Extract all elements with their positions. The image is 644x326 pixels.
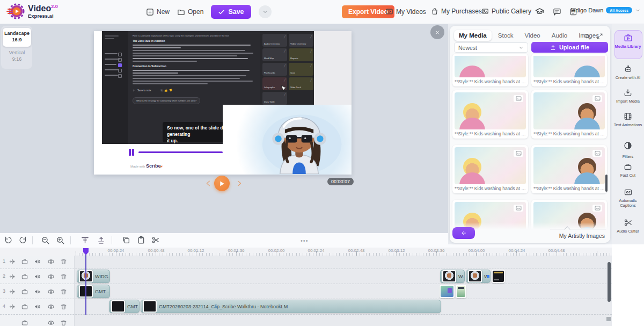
trim-tool-icon[interactable] (9, 273, 16, 280)
studio-tile: Audio Overview╱ (262, 34, 287, 47)
trim-tool-icon[interactable] (9, 303, 16, 310)
track-visibility-icon[interactable] (47, 258, 55, 265)
track-volume-icon[interactable] (34, 303, 41, 310)
sidebar-item-import-media[interactable]: Import Media (612, 88, 644, 104)
track-group-icon[interactable] (21, 288, 28, 295)
track-delete-icon[interactable] (60, 319, 67, 326)
track-group-icon[interactable] (21, 303, 28, 310)
media-item[interactable]: **Style:** Kids washing hands at si... (452, 145, 528, 193)
copy-icon[interactable] (122, 236, 130, 244)
user-menu[interactable]: Indigo Dawn All Access (570, 7, 641, 13)
track-visibility-icon[interactable] (47, 303, 55, 310)
zoom-in-icon[interactable] (56, 236, 65, 245)
track-muted-icon[interactable] (34, 288, 41, 295)
tutorials-graduation-cap-icon[interactable] (535, 7, 545, 16)
timeline-clip-video-long[interactable]: GMT20260203-232114_Clip_Scribe Walkthru … (141, 300, 441, 313)
previous-frame-button[interactable] (204, 179, 213, 187)
track-delete-icon[interactable] (60, 303, 67, 310)
open-button[interactable]: Open (177, 8, 203, 16)
preview-pause-icon[interactable] (132, 149, 134, 156)
timeline-clip-image[interactable] (456, 285, 466, 298)
sidebar-item-text-animations[interactable]: Text Animations (612, 112, 644, 127)
filters-icon (623, 141, 633, 150)
timeline-clip-widget[interactable]: W... (466, 270, 491, 283)
tab-stock[interactable]: Stock (493, 30, 518, 41)
media-item[interactable]: **Style:** Kids washing hands at si... (531, 145, 607, 193)
zoom-out-icon[interactable] (41, 236, 50, 245)
sidebar-item-audio-cutter[interactable]: Audio Cutter (612, 218, 644, 234)
feedback-chat-icon[interactable] (553, 8, 561, 16)
track-visibility-icon[interactable] (47, 288, 55, 295)
studio-tile: Flashcards╱ (262, 63, 287, 76)
upload-file-button[interactable]: Upload file (531, 42, 608, 53)
media-item[interactable]: **Style:** Kids washing hands at si... (452, 90, 528, 139)
media-item[interactable]: **Style:** Kids washing hands at si... (531, 54, 607, 86)
overwrite-clip-tool-icon[interactable] (80, 236, 90, 245)
new-button[interactable]: New (146, 8, 170, 16)
top-toolbar: Video2.0 Express.ai New Open Save Export (0, 0, 644, 24)
artistly-images-label[interactable]: My Artistly Images (559, 233, 605, 239)
timeline-clip-video[interactable]: GMT... (109, 300, 140, 313)
insert-clip-tool-icon[interactable] (97, 236, 106, 245)
track-delete-icon[interactable] (60, 288, 67, 295)
sidebar-item-media-library[interactable]: Media Library (612, 33, 644, 49)
track-number: 2 (3, 273, 5, 279)
sidebar-item-create-with-ai[interactable]: Create with AI (612, 64, 644, 80)
sidebar-item-automatic-captions[interactable]: Automatic Captions (612, 188, 644, 208)
public-gallery-button[interactable]: Public Gallery (481, 8, 531, 15)
save-options-button[interactable] (259, 5, 272, 18)
undo-icon[interactable] (4, 236, 13, 244)
timeline-clip-widget[interactable]: WIDG... (77, 270, 110, 283)
brand-name: Video (28, 4, 51, 13)
timeline-vertical-scrollbar[interactable] (608, 262, 611, 302)
video-preview[interactable]: Here is a detailed explanation of this t… (94, 31, 352, 175)
my-videos-button[interactable]: My Videos (385, 8, 426, 16)
expand-panel-icon[interactable] (596, 33, 603, 40)
timeline-clip-image[interactable] (440, 285, 455, 298)
sidebar-item-fast-cut[interactable]: Fast Cut (612, 162, 644, 178)
media-item[interactable]: **Style:** Kids washing hands at si... (531, 90, 607, 139)
media-caption: **Style:** Kids washing hands at si... (533, 79, 605, 84)
tab-my-media[interactable]: My Media (454, 30, 492, 41)
track-group-icon[interactable] (21, 258, 28, 265)
tab-audio[interactable]: Audio (547, 30, 572, 41)
track-visibility-icon[interactable] (47, 273, 55, 280)
timeline-tracks: 1 2 3 4 (0, 256, 612, 326)
trim-tool-icon[interactable] (9, 258, 16, 265)
preview-progress-bar[interactable] (138, 151, 223, 153)
timeline-clip-video[interactable]: GMT... (77, 285, 110, 298)
track-volume-icon[interactable] (34, 258, 41, 265)
search-icon[interactable] (583, 33, 591, 40)
image-type-badge-icon (514, 150, 523, 157)
sort-select[interactable]: Newest (454, 42, 528, 53)
track-delete-icon[interactable] (60, 258, 67, 265)
paste-clipboard-icon[interactable] (137, 236, 145, 244)
sidebar-item-filters[interactable]: Filters (612, 141, 644, 159)
aspect-landscape-option[interactable]: Landscape 16:9 (3, 28, 31, 47)
media-item[interactable]: **Style:** Kids washing hands at si... (452, 54, 528, 86)
timeline-ruler[interactable]: 00:00:24 00:00:48 00:01:12 00:01:36 00:0… (0, 248, 612, 256)
arrow-left-icon (460, 230, 467, 236)
cut-scissors-icon[interactable] (151, 236, 160, 244)
next-frame-button[interactable] (235, 179, 243, 187)
preview-pause-icon[interactable] (129, 149, 131, 156)
timeline-clip-widget[interactable]: W... (440, 270, 465, 283)
play-button[interactable] (214, 176, 230, 191)
timeline-clip-image[interactable] (492, 270, 505, 283)
tab-video[interactable]: Video (520, 30, 545, 41)
close-preview-button[interactable] (430, 25, 444, 39)
track-volume-icon[interactable] (34, 273, 41, 280)
track-visibility-icon[interactable] (47, 319, 55, 326)
watermark-brand: Scribe (146, 163, 161, 169)
panel-resize-handle[interactable]: ••• (301, 237, 309, 244)
track-delete-icon[interactable] (60, 273, 67, 280)
my-purchases-button[interactable]: My Purchases (431, 8, 482, 15)
redo-icon[interactable] (18, 236, 27, 244)
aspect-vertical-option[interactable]: Vertical 9:16 (3, 47, 31, 66)
track-group-icon[interactable] (21, 319, 28, 326)
back-button[interactable] (452, 227, 475, 239)
media-scrollbar[interactable] (605, 175, 608, 192)
track-group-icon[interactable] (21, 273, 28, 280)
trim-tool-icon[interactable] (9, 288, 16, 295)
save-button[interactable]: Save (211, 5, 251, 19)
